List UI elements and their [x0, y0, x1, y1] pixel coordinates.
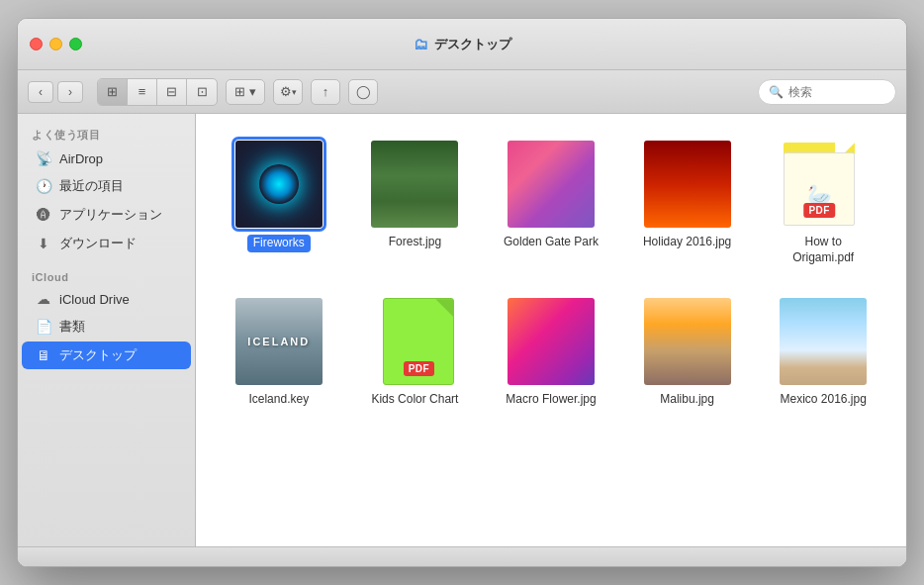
holiday-thumbnail [644, 141, 731, 228]
nav-buttons: ‹ › [28, 81, 83, 103]
file-name-forest: Forest.jpg [389, 235, 441, 250]
sidebar-section-favorites: よく使う項目 [18, 124, 195, 145]
file-thumb-iceland: ICELAND [234, 297, 323, 386]
back-icon: ‹ [39, 85, 43, 99]
pdf-badge: PDF [803, 200, 835, 218]
tag-button[interactable]: ◯ [348, 79, 378, 105]
arrange-chevron: ▾ [249, 84, 256, 99]
docs-icon: 📄 [36, 319, 51, 335]
file-item-iceland[interactable]: ICELAND Iceland.key [216, 291, 342, 414]
file-name-macro: Macro Flower.jpg [506, 392, 596, 408]
file-thumb-kids: PDF [370, 297, 459, 386]
bottom-bar [18, 546, 906, 566]
column-icon: ⊟ [166, 84, 177, 99]
file-thumb-holiday [643, 140, 732, 229]
sidebar-item-applications[interactable]: 🅐 アプリケーション [22, 201, 191, 229]
file-thumb-forest [370, 140, 459, 229]
search-icon: 🔍 [769, 85, 784, 99]
malibu-thumbnail [644, 298, 731, 385]
origami-card: 🦢 PDF [784, 143, 855, 226]
action-chevron: ▾ [292, 87, 297, 97]
traffic-lights [30, 38, 82, 50]
close-button[interactable] [30, 38, 43, 50]
file-name-malibu: Malibu.jpg [660, 392, 714, 408]
file-item-forest[interactable]: Forest.jpg [352, 134, 479, 271]
share-icon: ↑ [323, 84, 329, 99]
file-item-malibu[interactable]: Malibu.jpg [624, 291, 751, 414]
sidebar: よく使う項目 📡 AirDrop 🕐 最近の項目 🅐 アプリケーション ⬇ ダウ… [18, 114, 196, 546]
file-item-kids[interactable]: PDF Kids Color Chart [352, 291, 479, 414]
iceland-thumbnail: ICELAND [235, 298, 323, 385]
airdrop-icon: 📡 [36, 150, 51, 166]
window-title-area: 🗂 デスクトップ [414, 36, 511, 53]
file-name-fireworks: Fireworks [247, 235, 311, 252]
recent-icon: 🕐 [36, 178, 51, 194]
arrange-button[interactable]: ⊞ ▾ [226, 79, 265, 105]
sidebar-section-icloud: iCloud [18, 267, 195, 285]
arrange-icon: ⊞ [234, 84, 245, 99]
file-thumb-fireworks [234, 140, 323, 229]
sidebar-item-downloads[interactable]: ⬇ ダウンロード [22, 230, 191, 257]
file-name-kids: Kids Color Chart [371, 392, 458, 408]
grid-icon: ⊞ [107, 84, 118, 99]
apps-icon: 🅐 [36, 207, 51, 223]
file-thumb-malibu [643, 297, 732, 386]
cover-icon: ⊡ [197, 84, 208, 99]
file-name-origami: How to Origami.pdf [774, 235, 873, 265]
file-name-holiday: Holiday 2016.jpg [643, 235, 731, 250]
file-item-ggp[interactable]: Golden Gate Park [488, 134, 614, 271]
iceland-label: ICELAND [247, 336, 310, 347]
view-cover-button[interactable]: ⊡ [187, 79, 217, 105]
file-item-macro[interactable]: Macro Flower.jpg [488, 291, 614, 414]
file-grid: Fireworks Forest.jpg Golden Gate Park [196, 114, 906, 546]
macro-thumbnail [508, 298, 595, 385]
sidebar-item-documents[interactable]: 📄 書類 [22, 313, 191, 341]
fireworks-glow [259, 164, 299, 204]
sidebar-item-airdrop[interactable]: 📡 AirDrop [22, 146, 191, 171]
minimize-button[interactable] [49, 38, 62, 50]
share-button[interactable]: ↑ [311, 79, 340, 105]
gear-icon: ⚙ [280, 84, 292, 99]
desktop-icon: 🖥 [36, 347, 51, 363]
fireworks-thumbnail [235, 141, 323, 228]
file-item-origami[interactable]: 🦢 PDF How to Origami.pdf [760, 134, 886, 271]
forward-button[interactable]: › [57, 81, 83, 103]
sidebar-item-label: ダウンロード [59, 235, 137, 252]
window-title: デスクトップ [434, 36, 511, 53]
file-name-ggp: Golden Gate Park [504, 235, 599, 250]
file-thumb-macro [507, 297, 596, 386]
origami-outer: 🦢 PDF [780, 141, 867, 228]
tag-icon: ◯ [356, 84, 371, 99]
kids-card: PDF [383, 298, 454, 385]
action-button[interactable]: ⚙ ▾ [273, 79, 303, 105]
file-thumb-mexico [779, 297, 868, 386]
kids-pdf-label: PDF [404, 361, 435, 376]
view-list-button[interactable]: ≡ [128, 79, 157, 105]
kids-outer: PDF [371, 298, 458, 385]
mexico-thumbnail [780, 298, 867, 385]
file-item-mexico[interactable]: Mexico 2016.jpg [760, 291, 886, 414]
forest-thumbnail [371, 141, 458, 228]
search-input[interactable] [788, 85, 885, 99]
forward-icon: › [68, 85, 72, 99]
file-item-holiday[interactable]: Holiday 2016.jpg [624, 134, 751, 271]
ggp-thumbnail [508, 141, 595, 228]
sidebar-item-label: iCloud Drive [59, 292, 130, 307]
list-icon: ≡ [139, 84, 146, 99]
view-buttons: ⊞ ≡ ⊟ ⊡ [97, 78, 218, 106]
sidebar-item-label: デスクトップ [59, 346, 137, 364]
search-box[interactable]: 🔍 [758, 79, 896, 105]
sidebar-item-icloud-drive[interactable]: ☁ iCloud Drive [22, 286, 191, 312]
download-icon: ⬇ [36, 236, 51, 251]
back-button[interactable]: ‹ [28, 81, 53, 103]
main-content: よく使う項目 📡 AirDrop 🕐 最近の項目 🅐 アプリケーション ⬇ ダウ… [18, 114, 906, 546]
file-thumb-ggp [507, 140, 596, 229]
file-item-fireworks[interactable]: Fireworks [216, 134, 342, 271]
maximize-button[interactable] [69, 38, 82, 50]
sidebar-item-desktop[interactable]: 🖥 デスクトップ [22, 341, 191, 369]
cloud-icon: ☁ [36, 291, 51, 307]
view-icon-button[interactable]: ⊞ [98, 79, 128, 105]
folder-icon: 🗂 [414, 36, 428, 52]
view-column-button[interactable]: ⊟ [157, 79, 187, 105]
sidebar-item-recent[interactable]: 🕐 最近の項目 [22, 172, 191, 200]
